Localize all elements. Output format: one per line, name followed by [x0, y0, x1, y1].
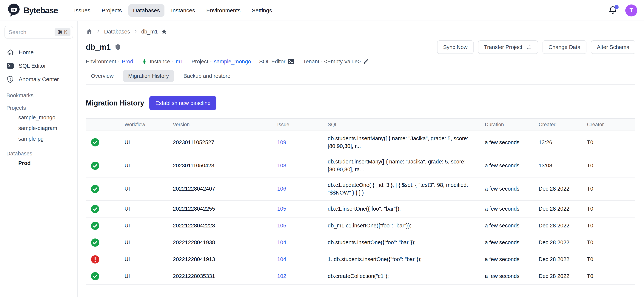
status-cell: [86, 131, 120, 154]
issue-link[interactable]: 109: [277, 139, 286, 145]
creator-cell: T0: [582, 268, 635, 285]
created-cell: Dec 28 2022: [534, 251, 582, 268]
version-cell: 20221228042255: [168, 200, 273, 217]
change-data-button[interactable]: Change Data: [542, 40, 586, 54]
issue-link[interactable]: 105: [277, 223, 286, 228]
terminal-icon: [288, 58, 295, 65]
star-icon[interactable]: [161, 28, 168, 35]
nav-item-databases[interactable]: Databases: [128, 4, 164, 17]
nav-item-settings[interactable]: Settings: [247, 4, 276, 17]
nav-items: IssuesProjectsDatabasesInstancesEnvironm…: [70, 4, 277, 17]
app-body: ⌘ K HomeSQL EditorAnomaly Center Bookmar…: [0, 21, 644, 297]
sync-now-button[interactable]: Sync Now: [437, 40, 474, 54]
issue-link[interactable]: 102: [277, 273, 286, 279]
tab-bar: OverviewMigration HistoryBackup and rest…: [86, 70, 636, 85]
sidebar-item-prod[interactable]: Prod: [4, 158, 73, 168]
sql-cell: db.students.insertMany([ { name: "Jacika…: [323, 131, 480, 154]
nav-item-environments[interactable]: Environments: [202, 4, 245, 17]
creator-cell: T0: [582, 234, 635, 251]
creator-cell: T0: [582, 154, 635, 177]
meta-sql-editor[interactable]: SQL Editor: [259, 58, 295, 65]
issue-cell: 106: [273, 177, 323, 200]
brand-name: Bytebase: [24, 6, 58, 15]
environment-link[interactable]: Prod: [122, 59, 133, 65]
issue-link[interactable]: 106: [277, 186, 286, 192]
status-cell: [86, 177, 120, 200]
created-cell: Dec 28 2022: [534, 268, 582, 285]
instance-link[interactable]: m1: [176, 59, 183, 65]
sidebar-item-sql-editor[interactable]: SQL Editor: [4, 59, 73, 73]
alter-schema-button[interactable]: Alter Schema: [591, 40, 636, 54]
migration-table: WorkflowVersionIssueSQLDurationCreatedCr…: [86, 118, 636, 285]
sidebar: ⌘ K HomeSQL EditorAnomaly Center Bookmar…: [0, 21, 78, 297]
table-row: UI20230111050423108db.student.insertMany…: [86, 154, 635, 177]
sql-cell: db.students.insertOne({"foo": "bar"});: [323, 234, 480, 251]
issue-link[interactable]: 108: [277, 163, 286, 168]
title-row: db_m1 Sync NowTransfer ProjectChange Dat…: [86, 40, 636, 54]
establish-baseline-button[interactable]: Establish new baseline: [149, 96, 216, 110]
section-title: Migration History: [86, 99, 144, 107]
search-input[interactable]: [8, 29, 53, 35]
nav-item-instances[interactable]: Instances: [166, 4, 200, 17]
transfer-project-button[interactable]: Transfer Project: [478, 40, 538, 54]
sidebar-nav: HomeSQL EditorAnomaly Center: [4, 46, 73, 86]
issue-cell: 102: [273, 268, 323, 285]
nav-item-issues[interactable]: Issues: [70, 4, 95, 17]
version-cell: 20221228041938: [168, 234, 273, 251]
error-exclamation-icon: [91, 255, 116, 264]
tab-overview[interactable]: Overview: [86, 70, 119, 82]
workflow-cell: UI: [120, 200, 168, 217]
sidebar-section-projects: Projects: [6, 105, 73, 111]
tab-migration-history[interactable]: Migration History: [123, 70, 174, 82]
sidebar-item-home[interactable]: Home: [4, 46, 73, 59]
creator-cell: T0: [582, 131, 635, 154]
created-cell: Dec 28 2022: [534, 200, 582, 217]
sidebar-item-anomaly-center[interactable]: Anomaly Center: [4, 73, 73, 86]
table-row: UI202212280419131041. db.students.insert…: [86, 251, 635, 268]
workflow-cell: UI: [120, 177, 168, 200]
avatar[interactable]: T: [625, 5, 637, 17]
issue-cell: 105: [273, 217, 323, 234]
success-check-icon: [91, 272, 116, 281]
chevron-right-icon: [96, 29, 101, 35]
sidebar-section-databases: Databases: [6, 151, 73, 157]
sql-cell: db.createCollection("c1");: [323, 268, 480, 285]
version-cell: 20221228042223: [168, 217, 273, 234]
issue-link[interactable]: 104: [277, 256, 286, 262]
status-cell: [86, 234, 120, 251]
meta-project: Project - sample_mongo: [191, 59, 251, 65]
nav-item-projects[interactable]: Projects: [97, 4, 126, 17]
sidebar-item-sample-pg[interactable]: sample-pg: [4, 134, 73, 144]
status-cell: [86, 217, 120, 234]
transfer-icon: [525, 44, 532, 51]
column-header-creator: Creator: [582, 118, 635, 131]
status-cell: [86, 154, 120, 177]
pencil-icon[interactable]: [363, 58, 369, 65]
sidebar-item-label: Anomaly Center: [19, 76, 59, 83]
button-label: Alter Schema: [597, 44, 630, 50]
table-row: UI20221228041938104db.students.insertOne…: [86, 234, 635, 251]
sidebar-item-sample-mongo[interactable]: sample_mongo: [4, 112, 73, 123]
created-cell: Dec 28 2022: [534, 177, 582, 200]
notifications-button[interactable]: [608, 6, 618, 15]
sql-cell: db.c1.updateOne( { _id: 3 }, [ { $set: {…: [323, 177, 480, 200]
status-cell: [86, 251, 120, 268]
tab-backup-and-restore[interactable]: Backup and restore: [178, 70, 236, 82]
issue-link[interactable]: 105: [277, 206, 286, 212]
sidebar-item-sample-diagram[interactable]: sample-diagram: [4, 123, 73, 134]
workflow-cell: UI: [120, 268, 168, 285]
version-cell: 20221228035331: [168, 268, 273, 285]
issue-link[interactable]: 104: [277, 239, 286, 245]
issue-cell: 105: [273, 200, 323, 217]
creator-cell: T0: [582, 251, 635, 268]
success-check-icon: [91, 238, 116, 247]
brand[interactable]: Bytebase: [7, 3, 58, 18]
table-row: UI20221228035331102db.createCollection("…: [86, 268, 635, 285]
creator-cell: T0: [582, 200, 635, 217]
content-head: Migration History Establish new baseline: [86, 96, 636, 110]
top-nav: Bytebase IssuesProjectsDatabasesInstance…: [0, 0, 644, 21]
breadcrumb-databases[interactable]: Databases: [104, 29, 130, 35]
home-icon[interactable]: [86, 28, 93, 35]
project-link[interactable]: sample_mongo: [214, 59, 251, 65]
search-box[interactable]: ⌘ K: [4, 26, 73, 39]
